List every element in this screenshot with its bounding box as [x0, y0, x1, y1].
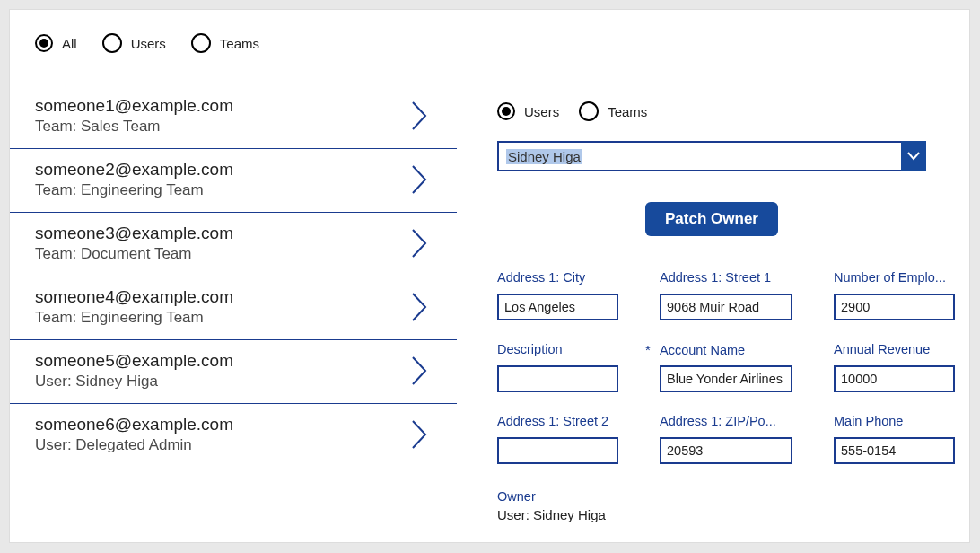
zip-input[interactable] — [660, 437, 792, 464]
list-item-text: someone2@example.comTeam: Engineering Te… — [35, 160, 233, 199]
filter-radio-users[interactable]: Users — [102, 33, 166, 53]
radio-circle-icon — [579, 101, 599, 121]
owner-select-box: Sidney Higa — [497, 141, 926, 171]
app-window: All Users Teams someone1@example.comTeam… — [9, 9, 970, 543]
top-filter-group: All Users Teams — [10, 10, 969, 53]
revenue-input[interactable] — [834, 365, 955, 392]
list-item-title: someone4@example.com — [35, 287, 233, 307]
field-label: Annual Revenue — [834, 342, 930, 356]
description-input[interactable] — [497, 365, 618, 392]
field-label: Address 1: ZIP/Po... — [660, 414, 776, 428]
list-item-sub: User: Delegated Admin — [35, 436, 233, 454]
radio-circle-icon — [497, 102, 515, 120]
owner-type-radio-users[interactable]: Users — [497, 102, 559, 120]
list-item-sub: Team: Sales Team — [35, 118, 233, 136]
list-item-text: someone6@example.comUser: Delegated Admi… — [35, 415, 233, 454]
field-city: Address 1: City — [497, 270, 618, 320]
field-main-phone: Main Phone — [834, 414, 955, 464]
list-item-sub: Team: Document Team — [35, 245, 233, 263]
required-asterisk-icon: * — [645, 342, 654, 357]
employees-input[interactable] — [834, 294, 955, 320]
list-item-title: someone1@example.com — [35, 96, 233, 116]
owner-select-value: Sidney Higa — [506, 149, 582, 164]
owner-type-radio-teams[interactable]: Teams — [579, 101, 647, 121]
chevron-right-icon — [410, 163, 430, 196]
detail-panel: Users Teams Sidney Higa Patch Owner — [457, 89, 969, 532]
list-item-title: someone5@example.com — [35, 351, 233, 371]
chevron-right-icon — [410, 355, 430, 387]
field-label: Address 1: Street 1 — [660, 270, 771, 285]
field-employees: Number of Emplo... — [834, 270, 955, 320]
fields-grid: Address 1: City Address 1: Street 1 Numb… — [497, 270, 946, 464]
owner-block: Owner User: Sidney Higa — [497, 489, 946, 522]
field-label: Main Phone — [834, 414, 903, 428]
field-zip: Address 1: ZIP/Po... — [660, 414, 792, 464]
list-item-text: someone4@example.comTeam: Engineering Te… — [35, 287, 233, 327]
field-label: Number of Emplo... — [834, 270, 946, 285]
chevron-down-icon — [901, 141, 926, 171]
radio-label: Users — [131, 36, 166, 51]
radio-label: All — [62, 36, 77, 51]
records-list[interactable]: someone1@example.comTeam: Sales Teamsome… — [10, 89, 457, 532]
radio-label: Teams — [220, 36, 259, 51]
radio-circle-icon — [191, 33, 211, 53]
list-item[interactable]: someone2@example.comTeam: Engineering Te… — [10, 149, 457, 213]
filter-radio-teams[interactable]: Teams — [191, 33, 259, 53]
street2-input[interactable] — [497, 437, 618, 464]
owner-type-group: Users Teams — [497, 101, 946, 121]
patch-owner-button[interactable]: Patch Owner — [645, 202, 778, 236]
list-item[interactable]: someone4@example.comTeam: Engineering Te… — [10, 276, 457, 340]
list-item[interactable]: someone5@example.comUser: Sidney Higa — [10, 340, 457, 404]
field-account-name: * Account Name — [660, 342, 792, 392]
chevron-right-icon — [410, 227, 430, 259]
radio-label: Teams — [608, 104, 647, 119]
list-item-title: someone2@example.com — [35, 160, 233, 180]
list-item[interactable]: someone1@example.comTeam: Sales Team — [10, 89, 457, 149]
owner-value: User: Sidney Higa — [497, 507, 946, 522]
radio-circle-icon — [102, 33, 122, 53]
field-street2: Address 1: Street 2 — [497, 414, 618, 464]
owner-select[interactable]: Sidney Higa — [497, 141, 926, 171]
main-phone-input[interactable] — [834, 437, 955, 464]
filter-radio-all[interactable]: All — [35, 34, 77, 52]
field-label: Address 1: Street 2 — [497, 414, 608, 428]
chevron-right-icon — [410, 100, 430, 132]
radio-circle-icon — [35, 34, 53, 52]
field-street1: Address 1: Street 1 — [660, 270, 792, 320]
chevron-right-icon — [410, 418, 430, 451]
city-input[interactable] — [497, 294, 618, 320]
owner-label: Owner — [497, 489, 946, 504]
list-item[interactable]: someone3@example.comTeam: Document Team — [10, 213, 457, 276]
list-item-sub: Team: Engineering Team — [35, 309, 233, 327]
list-item-sub: Team: Engineering Team — [35, 181, 233, 199]
main-area: someone1@example.comTeam: Sales Teamsome… — [10, 89, 969, 532]
list-item[interactable]: someone6@example.comUser: Delegated Admi… — [10, 404, 457, 467]
list-item-sub: User: Sidney Higa — [35, 373, 233, 391]
account-name-input[interactable] — [660, 365, 792, 392]
field-description: Description — [497, 342, 618, 392]
street1-input[interactable] — [660, 294, 792, 320]
field-label: Account Name — [660, 343, 745, 357]
radio-label: Users — [524, 104, 559, 119]
field-label: Address 1: City — [497, 270, 585, 285]
field-revenue: Annual Revenue — [834, 342, 955, 392]
list-item-text: someone5@example.comUser: Sidney Higa — [35, 351, 233, 391]
patch-button-wrap: Patch Owner — [497, 202, 926, 236]
list-item-title: someone6@example.com — [35, 415, 233, 434]
chevron-right-icon — [410, 291, 430, 323]
list-item-text: someone1@example.comTeam: Sales Team — [35, 96, 233, 136]
list-item-title: someone3@example.com — [35, 224, 233, 243]
field-label: Description — [497, 342, 563, 356]
list-item-text: someone3@example.comTeam: Document Team — [35, 224, 233, 263]
